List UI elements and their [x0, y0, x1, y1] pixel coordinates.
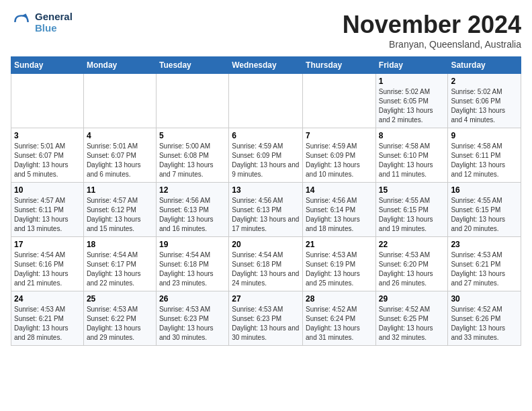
calendar-cell: 22Sunrise: 4:53 AM Sunset: 6:20 PM Dayli…	[375, 237, 448, 291]
day-number: 9	[451, 131, 518, 140]
calendar-cell: 5Sunrise: 5:00 AM Sunset: 6:08 PM Daylig…	[156, 128, 228, 183]
day-info: Sunrise: 4:53 AM Sunset: 6:20 PM Dayligh…	[379, 250, 445, 288]
calendar-cell: 15Sunrise: 4:55 AM Sunset: 6:15 PM Dayli…	[375, 183, 448, 237]
day-info: Sunrise: 5:00 AM Sunset: 6:08 PM Dayligh…	[159, 142, 226, 179]
calendar-cell: 13Sunrise: 4:56 AM Sunset: 6:13 PM Dayli…	[229, 183, 303, 237]
calendar-cell: 16Sunrise: 4:55 AM Sunset: 6:15 PM Dayli…	[448, 183, 521, 237]
day-info: Sunrise: 4:58 AM Sunset: 6:10 PM Dayligh…	[379, 142, 445, 179]
weekday-header-saturday: Saturday	[448, 57, 521, 74]
calendar-cell: 26Sunrise: 4:53 AM Sunset: 6:23 PM Dayli…	[156, 291, 228, 346]
day-info: Sunrise: 4:56 AM Sunset: 6:13 PM Dayligh…	[232, 196, 300, 234]
day-number: 29	[379, 294, 445, 304]
calendar-cell	[229, 74, 303, 128]
day-info: Sunrise: 4:54 AM Sunset: 6:17 PM Dayligh…	[87, 250, 153, 288]
week-row-5: 24Sunrise: 4:53 AM Sunset: 6:21 PM Dayli…	[11, 291, 521, 346]
day-info: Sunrise: 4:53 AM Sunset: 6:23 PM Dayligh…	[232, 305, 300, 342]
calendar-cell: 9Sunrise: 4:58 AM Sunset: 6:11 PM Daylig…	[448, 128, 521, 183]
weekday-header-thursday: Thursday	[303, 57, 376, 74]
day-number: 2	[451, 77, 518, 86]
calendar-cell	[303, 74, 376, 128]
calendar-header: SundayMondayTuesdayWednesdayThursdayFrid…	[11, 57, 521, 74]
weekday-header-row: SundayMondayTuesdayWednesdayThursdayFrid…	[11, 57, 521, 74]
day-number: 21	[306, 240, 373, 249]
calendar-body: 1Sunrise: 5:02 AM Sunset: 6:05 PM Daylig…	[11, 74, 521, 346]
calendar-cell: 8Sunrise: 4:58 AM Sunset: 6:10 PM Daylig…	[375, 128, 448, 183]
day-number: 5	[159, 131, 226, 140]
day-number: 30	[451, 294, 518, 304]
day-info: Sunrise: 5:01 AM Sunset: 6:07 PM Dayligh…	[87, 142, 153, 179]
calendar-cell: 19Sunrise: 4:54 AM Sunset: 6:18 PM Dayli…	[156, 237, 228, 291]
calendar-cell: 14Sunrise: 4:56 AM Sunset: 6:14 PM Dayli…	[303, 183, 376, 237]
day-info: Sunrise: 4:52 AM Sunset: 6:26 PM Dayligh…	[451, 305, 518, 342]
calendar-cell: 7Sunrise: 4:59 AM Sunset: 6:09 PM Daylig…	[303, 128, 376, 183]
calendar-cell: 28Sunrise: 4:52 AM Sunset: 6:24 PM Dayli…	[303, 291, 376, 346]
month-title: November 2024	[343, 11, 521, 39]
day-number: 17	[14, 240, 81, 249]
page-header: General Blue November 2024 Branyan, Quee…	[11, 11, 521, 50]
day-number: 6	[232, 131, 300, 140]
day-info: Sunrise: 4:54 AM Sunset: 6:18 PM Dayligh…	[159, 250, 226, 288]
day-number: 27	[232, 294, 300, 304]
calendar-cell: 25Sunrise: 4:53 AM Sunset: 6:22 PM Dayli…	[83, 291, 156, 346]
calendar-cell: 10Sunrise: 4:57 AM Sunset: 6:11 PM Dayli…	[11, 183, 84, 237]
weekday-header-wednesday: Wednesday	[229, 57, 303, 74]
day-info: Sunrise: 4:52 AM Sunset: 6:25 PM Dayligh…	[379, 305, 445, 342]
day-info: Sunrise: 5:02 AM Sunset: 6:06 PM Dayligh…	[451, 87, 518, 125]
calendar-cell	[83, 74, 156, 128]
weekday-header-tuesday: Tuesday	[156, 57, 228, 74]
day-number: 3	[14, 131, 81, 140]
day-number: 28	[306, 294, 373, 304]
calendar-cell: 27Sunrise: 4:53 AM Sunset: 6:23 PM Dayli…	[229, 291, 303, 346]
day-number: 20	[232, 240, 300, 249]
day-info: Sunrise: 5:02 AM Sunset: 6:05 PM Dayligh…	[379, 87, 445, 125]
calendar-cell: 29Sunrise: 4:52 AM Sunset: 6:25 PM Dayli…	[375, 291, 448, 346]
calendar-cell: 1Sunrise: 5:02 AM Sunset: 6:05 PM Daylig…	[375, 74, 448, 128]
day-info: Sunrise: 4:58 AM Sunset: 6:11 PM Dayligh…	[451, 142, 518, 179]
day-info: Sunrise: 4:57 AM Sunset: 6:12 PM Dayligh…	[87, 196, 153, 234]
calendar-cell: 11Sunrise: 4:57 AM Sunset: 6:12 PM Dayli…	[83, 183, 156, 237]
day-info: Sunrise: 4:56 AM Sunset: 6:13 PM Dayligh…	[159, 196, 226, 234]
logo: General Blue	[11, 11, 73, 34]
calendar-cell: 18Sunrise: 4:54 AM Sunset: 6:17 PM Dayli…	[83, 237, 156, 291]
day-number: 7	[306, 131, 373, 140]
day-number: 8	[379, 131, 445, 140]
calendar-cell: 12Sunrise: 4:56 AM Sunset: 6:13 PM Dayli…	[156, 183, 228, 237]
day-info: Sunrise: 4:53 AM Sunset: 6:19 PM Dayligh…	[306, 250, 373, 288]
calendar-cell	[156, 74, 228, 128]
calendar-cell: 30Sunrise: 4:52 AM Sunset: 6:26 PM Dayli…	[448, 291, 521, 346]
day-number: 15	[379, 185, 445, 195]
calendar-table: SundayMondayTuesdayWednesdayThursdayFrid…	[11, 56, 521, 346]
day-info: Sunrise: 4:54 AM Sunset: 6:18 PM Dayligh…	[232, 250, 300, 288]
day-number: 4	[87, 131, 153, 140]
day-number: 10	[14, 185, 81, 195]
day-info: Sunrise: 4:59 AM Sunset: 6:09 PM Dayligh…	[232, 142, 300, 179]
day-number: 22	[379, 240, 445, 249]
week-row-3: 10Sunrise: 4:57 AM Sunset: 6:11 PM Dayli…	[11, 183, 521, 237]
day-info: Sunrise: 4:59 AM Sunset: 6:09 PM Dayligh…	[306, 142, 373, 179]
day-info: Sunrise: 4:57 AM Sunset: 6:11 PM Dayligh…	[14, 196, 81, 234]
day-info: Sunrise: 4:53 AM Sunset: 6:21 PM Dayligh…	[451, 250, 518, 288]
calendar-cell	[11, 74, 84, 128]
day-info: Sunrise: 4:56 AM Sunset: 6:14 PM Dayligh…	[306, 196, 373, 234]
week-row-2: 3Sunrise: 5:01 AM Sunset: 6:07 PM Daylig…	[11, 128, 521, 183]
weekday-header-monday: Monday	[83, 57, 156, 74]
title-block: November 2024 Branyan, Queensland, Austr…	[343, 11, 521, 50]
calendar-cell: 3Sunrise: 5:01 AM Sunset: 6:07 PM Daylig…	[11, 128, 84, 183]
day-info: Sunrise: 4:53 AM Sunset: 6:23 PM Dayligh…	[159, 305, 226, 342]
day-info: Sunrise: 4:53 AM Sunset: 6:21 PM Dayligh…	[14, 305, 81, 342]
location-subtitle: Branyan, Queensland, Australia	[343, 39, 521, 50]
day-number: 24	[14, 294, 81, 304]
weekday-header-sunday: Sunday	[11, 57, 84, 74]
day-number: 16	[451, 185, 518, 195]
day-number: 12	[159, 185, 226, 195]
day-number: 11	[87, 185, 153, 195]
calendar-cell: 20Sunrise: 4:54 AM Sunset: 6:18 PM Dayli…	[229, 237, 303, 291]
day-number: 19	[159, 240, 226, 249]
day-number: 14	[306, 185, 373, 195]
day-info: Sunrise: 5:01 AM Sunset: 6:07 PM Dayligh…	[14, 142, 81, 179]
logo-icon	[11, 11, 32, 33]
week-row-4: 17Sunrise: 4:54 AM Sunset: 6:16 PM Dayli…	[11, 237, 521, 291]
day-info: Sunrise: 4:54 AM Sunset: 6:16 PM Dayligh…	[14, 250, 81, 288]
day-number: 18	[87, 240, 153, 249]
day-number: 13	[232, 185, 300, 195]
